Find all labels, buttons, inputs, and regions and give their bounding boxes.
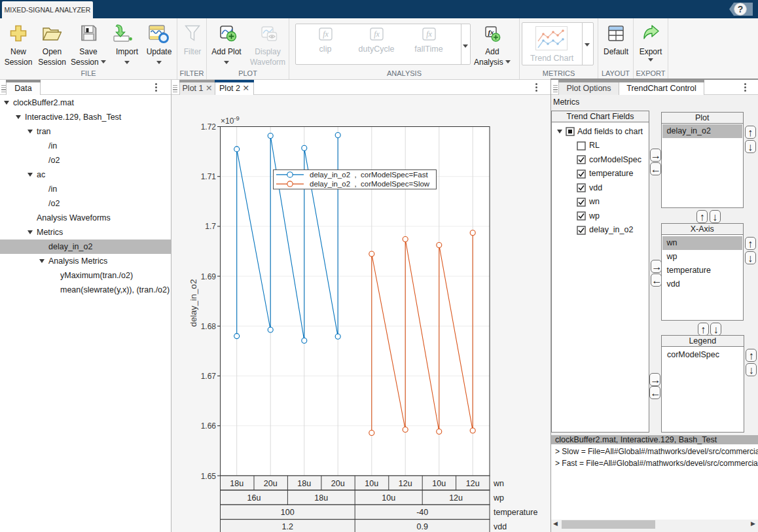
svg-text:delay_in_o2: delay_in_o2 xyxy=(189,279,198,327)
svg-text:20u: 20u xyxy=(331,479,345,488)
svg-text:100: 100 xyxy=(281,508,295,517)
svg-text:12u: 12u xyxy=(449,493,463,503)
svg-text:temperature: temperature xyxy=(494,508,537,517)
svg-text:1.72: 1.72 xyxy=(201,122,217,132)
svg-text:16u: 16u xyxy=(247,493,261,503)
svg-text:fx: fx xyxy=(426,29,432,39)
svg-text:10u: 10u xyxy=(365,479,378,488)
svg-text:wp: wp xyxy=(493,493,504,503)
svg-text:1.7: 1.7 xyxy=(205,222,216,231)
svg-text:0.9: 0.9 xyxy=(417,522,428,531)
svg-text:18u: 18u xyxy=(314,493,328,503)
svg-text:1.68: 1.68 xyxy=(201,322,217,331)
svg-text:20u: 20u xyxy=(264,479,278,488)
svg-text:fx: fx xyxy=(374,29,380,39)
svg-text:1.66: 1.66 xyxy=(201,421,217,431)
svg-text:1.69: 1.69 xyxy=(201,272,217,281)
svg-text:delay_in_o2 , corModelSpec=F: delay_in_o2 , corModelSpec=Fast xyxy=(310,171,428,179)
svg-text:1.65: 1.65 xyxy=(201,472,217,481)
svg-text:1.2: 1.2 xyxy=(282,522,293,531)
svg-text:12u: 12u xyxy=(399,479,412,488)
svg-text:18u: 18u xyxy=(297,479,311,488)
svg-text:-40: -40 xyxy=(416,508,428,517)
svg-text:10u: 10u xyxy=(382,493,395,503)
svg-text:1.67: 1.67 xyxy=(201,372,217,381)
svg-text:wn: wn xyxy=(493,479,504,488)
svg-text:fx: fx xyxy=(323,29,329,39)
svg-text:?: ? xyxy=(738,4,744,14)
svg-text:18u: 18u xyxy=(230,479,244,488)
svg-text:delay_in_o2 , corModelSpec=S: delay_in_o2 , corModelSpec=Slow xyxy=(310,180,430,188)
svg-text:12u: 12u xyxy=(466,479,480,488)
svg-text:1.71: 1.71 xyxy=(201,172,217,181)
svg-text:10u: 10u xyxy=(432,479,446,488)
svg-text:vdd: vdd xyxy=(494,522,507,531)
